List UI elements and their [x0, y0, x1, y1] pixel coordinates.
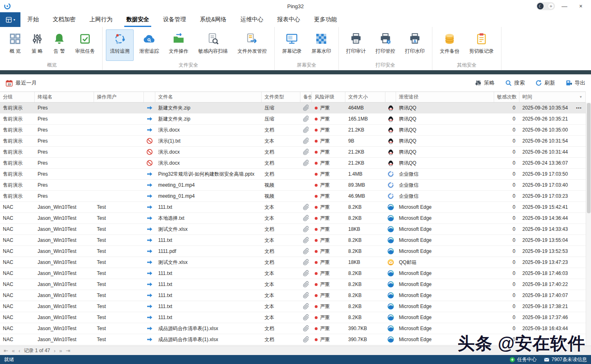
tab-数据安全[interactable]: 数据安全 — [119, 12, 156, 27]
table-row[interactable]: NACJason_Win10TestTest成品源码合作清单表(1).xlsx文… — [0, 334, 586, 345]
ribbon-button-文件操作[interactable]: 文件操作 — [165, 29, 193, 61]
ribbon-button-文件备份[interactable]: 文件备份 — [436, 29, 463, 61]
table-row[interactable]: NACJason_Win10TestTest111.txt文本严重8.2KBMi… — [0, 279, 586, 290]
tab-上网行为[interactable]: 上网行为 — [83, 12, 119, 27]
edge-icon — [387, 292, 394, 299]
table-row[interactable]: NACJason_Win10TestTest测试文件.xlsx文档严重18KBQ… — [0, 257, 586, 268]
cell-action — [144, 235, 155, 246]
tab-更多功能[interactable]: 更多功能 — [307, 12, 344, 27]
cell-backup — [300, 180, 312, 190]
column-header-操作用户[interactable]: 操作用户 — [94, 92, 144, 102]
column-header-泄密途径[interactable]: 泄密途径 — [396, 92, 494, 102]
unread-messages-button[interactable]: 7907条未读信息 — [544, 356, 587, 363]
table-row[interactable]: NACJason_Win10TestTest测试文件.xlsx文档严重18KBM… — [0, 224, 586, 235]
ribbon-button-告警[interactable]: 告 警 — [49, 29, 69, 61]
tab-文档加密[interactable]: 文档加密 — [46, 12, 83, 27]
table-row[interactable]: NACJason_Win10TestTest111.txt文本严重8.2KBMi… — [0, 301, 586, 312]
table-row[interactable]: 售前演示Pres演示(1).txt文本严重9B腾讯QQ02025-09-26 1… — [0, 136, 586, 147]
column-header-时间[interactable]: 时间▼ — [519, 92, 586, 102]
blocked-icon — [146, 149, 153, 155]
table-row[interactable]: 售前演示Pres演示.docx文档严重21.2KB腾讯QQ02025-09-24… — [0, 158, 586, 169]
column-header-文件大小[interactable]: 文件大小 — [345, 92, 385, 102]
table-row[interactable]: 售前演示Pres新建文件夹.zip压缩严重165.1MB腾讯QQ02025-09… — [0, 114, 586, 125]
ribbon-button-打印水印[interactable]: A打印水印 — [401, 29, 429, 61]
first-page-button[interactable]: ⇤ — [4, 348, 8, 354]
cell-backup — [300, 279, 312, 290]
tab-设备管理[interactable]: 设备管理 — [156, 12, 193, 27]
cell-terminal: Pres — [35, 180, 94, 190]
ribbon-button-策略[interactable]: 策 略 — [27, 29, 47, 61]
toolbar-search-button[interactable]: 搜索 — [505, 79, 525, 87]
cell-risk: 严重 — [312, 279, 345, 290]
toolbar-refresh-button[interactable]: 刷新 — [535, 79, 555, 87]
cell-filename: 111.txt — [155, 235, 262, 246]
table-row[interactable]: NACJason_Win10TestTest111.txt文本严重8.2KBMi… — [0, 202, 586, 213]
cell-action — [144, 279, 155, 290]
table-row[interactable]: 售前演示PresPing32常规培训-如何构建数据安全高墙.pptx文档严重1.… — [0, 169, 586, 180]
cell-filename: meeting_01.mp4 — [155, 180, 262, 190]
column-header-文件名[interactable]: 文件名 — [155, 92, 262, 102]
last-page-button[interactable]: ⇥ — [66, 348, 70, 354]
prev-page-button[interactable]: ‹ — [18, 348, 20, 354]
tab-报表中心[interactable]: 报表中心 — [270, 12, 307, 27]
table-row[interactable]: 售前演示Pres新建文件夹.zip压缩严重464MB腾讯QQ02025-09-2… — [0, 103, 586, 114]
ribbon-button-剪切板记录[interactable]: 剪切板记录 — [465, 29, 498, 61]
table-row[interactable]: NACJason_Win10TestTest成品源码合作清单表(1).xlsx文… — [0, 323, 586, 334]
table-row[interactable]: NACJason_Win10TestTest111.txt文本严重8.2KBMi… — [0, 290, 586, 301]
table-row[interactable]: 售前演示Pres演示.docx文档严重21.2KB腾讯QQ02025-09-26… — [0, 125, 586, 136]
cell-filename: 成品源码合作清单表(1).xlsx — [155, 334, 262, 345]
ribbon-button-敏感内容扫描[interactable]: 敏感内容扫描 — [194, 29, 232, 61]
toolbar-export-button[interactable]: 导出 — [566, 79, 585, 87]
tab-开始[interactable]: 开始 — [20, 12, 46, 27]
table-row[interactable]: NACJason_Win10TestTest111.txt文本严重8.2KBMi… — [0, 235, 586, 246]
ribbon-button-流转追溯[interactable]: 流转追溯 — [106, 29, 134, 61]
table-row[interactable]: NACJason_Win10TestTest1111.pdf文档严重8.2KBM… — [0, 246, 586, 257]
column-header-分组[interactable]: 分组 — [0, 92, 35, 102]
table-row[interactable]: NACJason_Win10TestTest111.txt文本严重8.2KBMi… — [0, 312, 586, 323]
next-page-button[interactable]: › — [54, 348, 56, 354]
cell-filename: 演示.docx — [155, 147, 262, 157]
cell-filetype: 文档 — [262, 125, 300, 135]
table-row[interactable]: NACJason_Win10TestTest111.txt文本严重8.2KBMi… — [0, 268, 586, 279]
vertical-scrollbar[interactable] — [586, 103, 591, 346]
theme-toggle[interactable]: ☾ ☀ — [536, 2, 555, 10]
task-center-button[interactable]: 任务中心 — [510, 356, 537, 363]
risk-dot-icon — [315, 118, 318, 121]
cell-group: NAC — [0, 268, 35, 279]
cell-risk: 严重 — [312, 235, 345, 246]
tab-运维中心[interactable]: 运维中心 — [233, 12, 270, 27]
toolbar-sliders-button[interactable]: 策略 — [475, 79, 495, 87]
app-menu-button[interactable]: ▾ — [0, 12, 20, 27]
scrollbar-thumb[interactable] — [587, 103, 591, 213]
ribbon-button-打印审计[interactable]: 打印审计 — [342, 29, 370, 61]
cell-size: 21.2KB — [345, 125, 385, 135]
column-filter-icon[interactable]: ▼ — [579, 95, 582, 99]
tab-系统&网络[interactable]: 系统&网络 — [193, 12, 233, 27]
table-row[interactable]: 售前演示Pres演示.docx文档严重21.2KB腾讯QQ02025-09-26… — [0, 147, 586, 158]
ribbon-button-文件外发管控[interactable]: 文件外发管控 — [233, 29, 271, 61]
column-header-风险评级[interactable]: 风险评级 — [312, 92, 345, 102]
date-range-selector[interactable]: 23 最近一月 — [6, 79, 37, 87]
minimize-button[interactable]: — — [557, 1, 571, 11]
column-header-blank[interactable] — [385, 92, 396, 102]
close-button[interactable]: × — [574, 1, 588, 11]
ribbon-button-屏幕记录[interactable]: 屏幕记录 — [278, 29, 306, 61]
column-header-blank[interactable] — [144, 92, 155, 102]
ribbon-button-屏幕水印[interactable]: 屏幕水印 — [307, 29, 335, 61]
table-row[interactable]: NACJason_Win10TestTest本地选择.txt文本严重8.2KBM… — [0, 213, 586, 224]
column-header-敏感次数[interactable]: 敏感次数 — [494, 92, 519, 102]
cell-channel: Microsoft Edge — [396, 202, 494, 212]
table-row[interactable]: 售前演示Presmeeting_01.mp4视频严重89.3MB企业微信0202… — [0, 180, 586, 191]
column-header-备份[interactable]: 备份 — [300, 92, 312, 102]
cell-channel: Microsoft Edge — [396, 312, 494, 323]
ribbon-button-泄密追踪[interactable]: 泄密追踪 — [135, 29, 163, 61]
next-group-button[interactable]: » — [59, 348, 62, 354]
prev-group-button[interactable]: « — [12, 348, 15, 354]
ribbon-button-审批任务[interactable]: 审批任务 — [71, 29, 99, 61]
ribbon-button-概览[interactable]: 概 览 — [5, 29, 25, 61]
ribbon-button-打印管控[interactable]: 打印管控 — [372, 29, 399, 61]
row-actions-button[interactable]: ⋯ — [576, 105, 583, 111]
table-row[interactable]: 售前演示Presmeeting_01.mp4视频严重46.9MB企业微信0202… — [0, 191, 586, 202]
column-header-终端名[interactable]: 终端名 — [35, 92, 94, 102]
column-header-文件类型[interactable]: 文件类型 — [262, 92, 300, 102]
